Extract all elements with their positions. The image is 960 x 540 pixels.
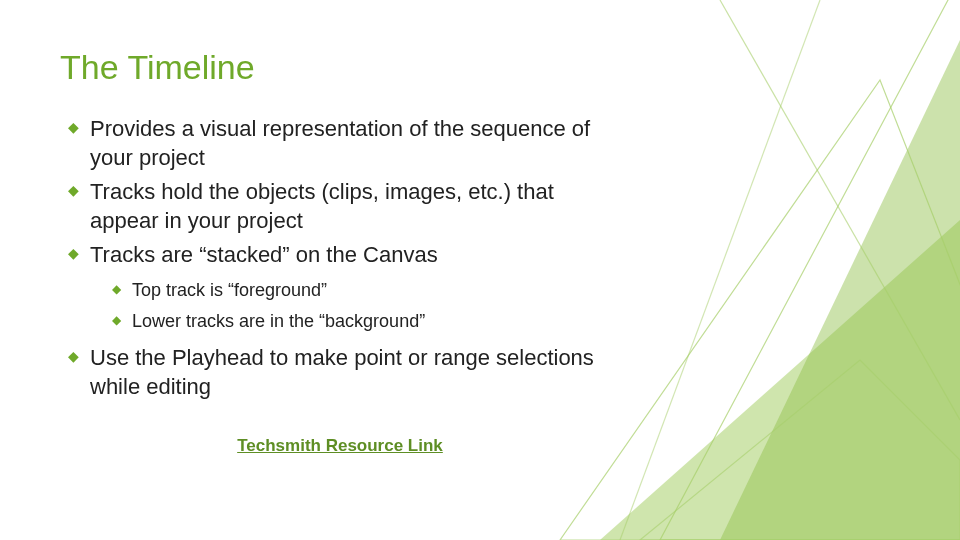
bullet-list: Provides a visual representation of the … bbox=[68, 115, 900, 402]
list-item: Tracks hold the objects (clips, images, … bbox=[68, 178, 628, 235]
content-area: The Timeline Provides a visual represent… bbox=[0, 0, 960, 456]
list-item: Provides a visual representation of the … bbox=[68, 115, 628, 172]
slide: The Timeline Provides a visual represent… bbox=[0, 0, 960, 540]
slide-title: The Timeline bbox=[60, 48, 900, 87]
list-item: Tracks are “stacked” on the Canvas Top t… bbox=[68, 241, 628, 334]
link-container: Techsmith Resource Link bbox=[60, 436, 620, 456]
sub-bullet-list: Top track is “foreground” Lower tracks a… bbox=[112, 278, 628, 334]
resource-link[interactable]: Techsmith Resource Link bbox=[237, 436, 443, 455]
list-item: Use the Playhead to make point or range … bbox=[68, 344, 628, 401]
list-item-text: Tracks are “stacked” on the Canvas bbox=[90, 242, 438, 267]
list-item: Top track is “foreground” bbox=[112, 278, 628, 303]
list-item: Lower tracks are in the “background” bbox=[112, 309, 628, 334]
